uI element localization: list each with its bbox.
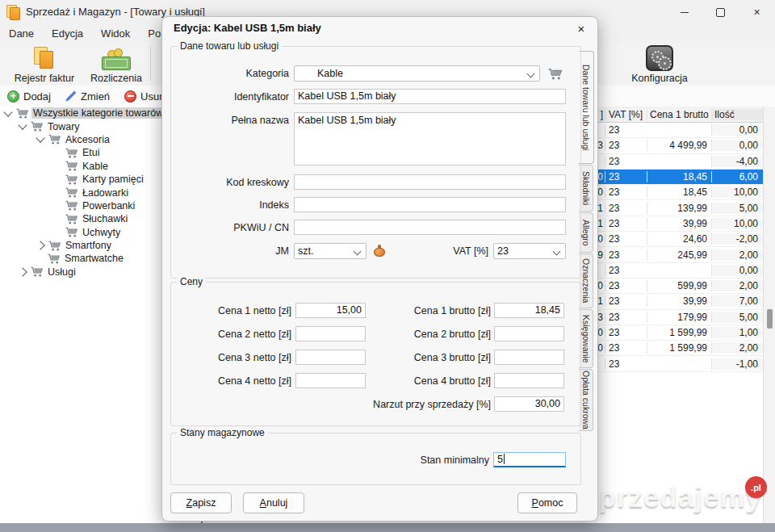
tree-expander-icon[interactable]: [36, 241, 44, 249]
rozliczenia-button[interactable]: Rozliczenia: [86, 44, 147, 84]
maximize-button[interactable]: [702, 0, 739, 24]
table-row[interactable]: 323179,995,00: [595, 310, 763, 325]
add-icon: +: [7, 90, 19, 103]
bag-icon[interactable]: [374, 245, 385, 257]
col-header-vat[interactable]: VAT [%]: [605, 109, 647, 120]
tree-item-label: Słuchawki: [81, 213, 129, 224]
kategoria-select[interactable]: Kable: [294, 65, 540, 82]
tree-expander-icon[interactable]: [3, 107, 12, 116]
dialog-title: Edycja: Kabel USB 1,5m biały: [174, 22, 321, 34]
table-row[interactable]: 0231 599,991,00: [595, 325, 763, 341]
watermark-pl-badge: .pl: [745, 476, 767, 498]
cart-icon: [48, 134, 61, 145]
table-row[interactable]: 123139,995,00: [595, 200, 763, 216]
edit-product-dialog: Edycja: Kabel USB 1,5m biały × Dane towa…: [161, 16, 598, 522]
konfiguracja-button[interactable]: Konfiguracja: [623, 44, 696, 84]
table-row[interactable]: 02318,456,00: [595, 170, 763, 185]
identyfikator-input[interactable]: Kabel USB 1,5m biały: [294, 89, 566, 104]
scrollbar-thumb[interactable]: [767, 309, 773, 329]
tree-expander-spacer: [55, 229, 61, 235]
dodaj-button[interactable]: + Dodaj: [0, 90, 58, 103]
category-cart-button[interactable]: [547, 65, 563, 82]
stan-minimalny-input[interactable]: 5: [493, 452, 566, 467]
table-scrollbar[interactable]: [763, 107, 775, 523]
toolbar-separator: [150, 47, 151, 81]
gears-icon: [646, 45, 673, 71]
tree-expander-spacer: [55, 177, 61, 182]
table-row[interactable]: 02318,4510,00: [595, 185, 763, 200]
cart-icon: [65, 161, 78, 171]
maximize-icon: [716, 8, 725, 17]
table-row[interactable]: 0231 599,992,00: [595, 341, 763, 356]
cart-icon: [548, 68, 562, 80]
anuluj-button[interactable]: Anuluj: [243, 492, 304, 513]
cena-netto-label: Cena 3 netto [zł]: [162, 350, 291, 366]
table-row[interactable]: 023599,992,00: [595, 279, 763, 294]
tree-expander-icon[interactable]: [18, 267, 27, 276]
zmien-button[interactable]: Zmień: [58, 90, 117, 103]
table-row[interactable]: 12339,9910,00: [595, 216, 763, 232]
cena-netto-input[interactable]: [295, 373, 366, 388]
cena-brutto-input[interactable]: [494, 326, 564, 341]
cena-brutto-input[interactable]: 18,45: [494, 303, 564, 318]
rejestr-faktur-button[interactable]: Rejestr faktur: [6, 44, 82, 84]
delete-icon: [124, 90, 136, 103]
cena-netto-label: Cena 2 netto [zł]: [162, 326, 291, 342]
cart-icon: [65, 200, 78, 211]
tree-item-label: Etui: [81, 147, 102, 158]
cena-netto-input[interactable]: [295, 326, 366, 341]
cart-icon: [31, 121, 43, 132]
pelna-nazwa-textarea[interactable]: Kabel USB 1,5m biały: [294, 112, 566, 165]
indeks-input[interactable]: [294, 197, 566, 212]
cart-icon: [48, 241, 61, 251]
cena-brutto-label: Cena 3 brutto [zł]: [362, 350, 491, 366]
kod-kreskowy-input[interactable]: [294, 174, 566, 190]
col-header-ilosc[interactable]: Ilość: [711, 109, 763, 120]
jm-label: JM: [162, 243, 289, 259]
vat-select[interactable]: 23: [493, 243, 566, 259]
tree-item-label: Smartwatche: [63, 253, 125, 264]
tree-item-label: Uchwyty: [81, 227, 122, 238]
minimize-button[interactable]: [666, 0, 702, 24]
table-row[interactable]: 12339,997,00: [595, 294, 763, 309]
cena-brutto-input[interactable]: [494, 350, 564, 365]
close-button[interactable]: ×: [739, 0, 775, 24]
cart-icon: [31, 266, 43, 277]
tree-expander-spacer: [55, 190, 61, 195]
narzut-label: Narzut przy sprzedaży [%]: [297, 396, 491, 413]
table-row[interactable]: 23-1,00: [595, 356, 763, 371]
menu-widok[interactable]: Widok: [92, 27, 139, 40]
col-header-brutto[interactable]: Cena 1 brutto [z: [647, 109, 711, 120]
cena-netto-input[interactable]: [295, 350, 366, 365]
table-row[interactable]: 230,00: [595, 263, 763, 279]
table-row[interactable]: 923245,992,00: [595, 247, 763, 262]
tree-item-label: Usługi: [46, 266, 78, 278]
zapisz-button[interactable]: Zapisz: [170, 492, 232, 513]
menu-edycja[interactable]: Edycja: [43, 27, 92, 40]
app-window: Sprzedaż i Magazyn - [Towary i usługi] ×…: [0, 0, 775, 532]
table-row[interactable]: 230,00: [595, 123, 763, 138]
menu-dane[interactable]: Dane: [0, 27, 43, 40]
cart-icon: [65, 227, 78, 237]
pkwiu-input[interactable]: [294, 220, 566, 235]
cena-brutto-input[interactable]: [494, 373, 564, 388]
narzut-input[interactable]: 30,00: [494, 396, 564, 412]
dialog-close-button[interactable]: ×: [573, 20, 589, 36]
group-stany-legend: Stany magazynowe: [177, 427, 268, 438]
cart-icon: [65, 187, 78, 198]
table-row[interactable]: 23-4,00: [595, 154, 763, 170]
tree-item-label: Ładowarki: [81, 187, 130, 199]
cena-brutto-label: Cena 4 brutto [zł]: [362, 373, 491, 389]
kod-kreskowy-label: Kod kreskowy: [162, 174, 289, 191]
tree-item-label: Karty pamięci: [81, 174, 145, 185]
cena-netto-input[interactable]: 15,00: [295, 303, 366, 318]
jm-select[interactable]: szt.: [294, 243, 367, 259]
tree-expander-icon[interactable]: [18, 120, 27, 129]
tree-expander-icon[interactable]: [36, 134, 44, 143]
table-row[interactable]: 3234 499,990,00: [595, 138, 763, 153]
window-bottom-edge: [0, 523, 775, 532]
cena-netto-label: Cena 4 netto [zł]: [162, 373, 291, 389]
table-row[interactable]: 02324,60-2,00: [595, 232, 763, 247]
app-icon: [6, 5, 21, 19]
pomoc-button[interactable]: Pomoc: [517, 492, 577, 513]
